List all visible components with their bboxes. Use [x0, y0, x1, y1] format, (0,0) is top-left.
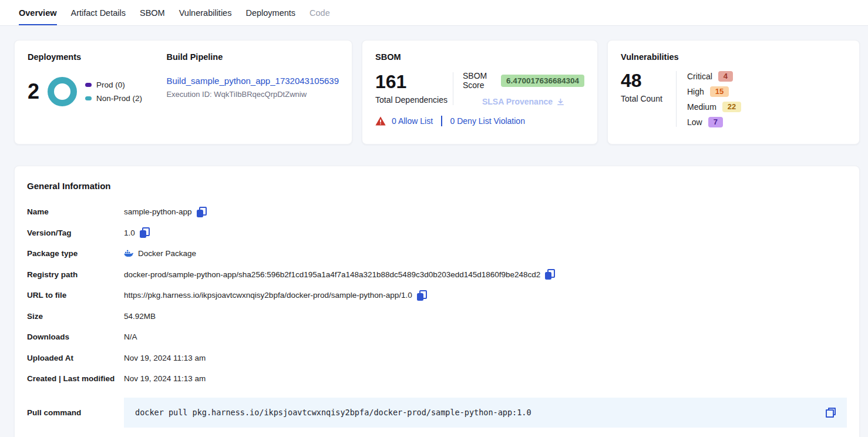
info-row-package-type: Package type Docker Package: [27, 243, 847, 264]
created-modified-value: Nov 19, 2024 11:13 am: [124, 374, 206, 383]
info-label: Package type: [27, 249, 124, 258]
info-label: Registry path: [27, 270, 124, 279]
tab-vulnerabilities[interactable]: Vulnerabilities: [179, 0, 232, 25]
slsa-provenance-label: SLSA Provenance: [482, 97, 553, 106]
url-to-file-value: https://pkg.harness.io/ikpsjoavtcwxnqisy…: [124, 291, 412, 300]
info-row-url: URL to file https://pkg.harness.io/ikpsj…: [27, 285, 847, 306]
severity-list: Critical 4 High 15 Medium 22 Low 7: [677, 70, 741, 128]
sbom-total-label: Total Dependencies: [375, 95, 453, 105]
info-row-registry-path: Registry path docker-prod/sample-python-…: [27, 264, 847, 285]
download-icon: [556, 98, 565, 106]
vulnerabilities-total-label: Total Count: [621, 94, 676, 103]
nonprod-legend-label: Non-Prod (2): [96, 94, 142, 103]
severity-label: Low: [687, 117, 702, 127]
deployments-total-count: 2: [28, 79, 39, 104]
info-label: Pull command: [27, 408, 124, 417]
severity-label: High: [687, 87, 704, 96]
sbom-score-label: SBOM Score: [463, 71, 496, 90]
info-label: Name: [27, 207, 124, 216]
docker-icon: [124, 250, 134, 257]
deny-list-link[interactable]: 0 Deny List Violation: [450, 116, 525, 126]
info-row-uploaded-at: Uploaded At Nov 19, 2024 11:13 am: [27, 348, 847, 369]
summary-cards-row: Deployments 2 Prod (0) Non-Prod (2) Buil…: [14, 40, 860, 144]
allow-deny-divider: [441, 116, 442, 126]
nonprod-legend-dot: [85, 96, 92, 100]
downloads-value: N/A: [124, 332, 137, 341]
info-label: Created | Last modified: [27, 374, 124, 383]
copy-icon[interactable]: [140, 227, 150, 238]
deployments-donut-chart: [48, 77, 77, 106]
warning-icon: [375, 116, 386, 126]
pull-command-box: docker pull pkg.harness.io/ikpsjoavtcwxn…: [124, 398, 847, 428]
severity-row-medium: Medium 22: [687, 100, 741, 113]
tab-overview[interactable]: Overview: [19, 0, 57, 25]
vulnerabilities-total-count: 48: [621, 70, 676, 92]
package-type-value: Docker Package: [138, 249, 196, 258]
info-label: Downloads: [27, 332, 124, 341]
severity-count-badge: 22: [722, 102, 741, 112]
registry-path-value: docker-prod/sample-python-app/sha256:596…: [124, 270, 540, 279]
uploaded-at-value: Nov 19, 2024 11:13 am: [124, 354, 206, 362]
general-information-card: General Information Name sample-python-a…: [14, 166, 860, 437]
tab-bar: Overview Artifact Details SBOM Vulnerabi…: [0, 0, 868, 26]
info-label: URL to file: [27, 291, 124, 300]
copy-icon[interactable]: [417, 290, 427, 301]
pull-command-value: docker pull pkg.harness.io/ikpsjoavtcwxn…: [135, 408, 531, 417]
info-row-version: Version/Tag 1.0: [27, 223, 847, 244]
info-row-created-modified: Created | Last modified Nov 19, 2024 11:…: [27, 368, 847, 389]
vulnerabilities-card-title: Vulnerabilities: [621, 52, 846, 62]
tab-code: Code: [309, 0, 330, 25]
info-row-pull-command: Pull command docker pull pkg.harness.io/…: [27, 398, 847, 428]
sbom-card-title: SBOM: [375, 52, 584, 62]
execution-id-text: Execution ID: WqkTiIbBRqecQrpDtZwniw: [166, 90, 339, 99]
general-information-title: General Information: [27, 181, 847, 191]
severity-row-low: Low 7: [687, 116, 741, 128]
info-row-size: Size 54.92MB: [27, 306, 847, 327]
deployments-legend: Prod (0) Non-Prod (2): [85, 80, 142, 103]
sbom-card: SBOM 161 Total Dependencies SBOM Score 6…: [362, 40, 598, 144]
allow-list-link[interactable]: 0 Allow List: [392, 116, 433, 126]
legend-item-prod: Prod (0): [85, 80, 142, 89]
info-label: Version/Tag: [27, 228, 124, 237]
severity-count-badge: 15: [710, 86, 729, 97]
build-pipeline-title: Build Pipeline: [166, 52, 339, 62]
tab-artifact-details[interactable]: Artifact Details: [71, 0, 126, 25]
deployments-card: Deployments 2 Prod (0) Non-Prod (2) Buil…: [14, 40, 352, 144]
sbom-total-count: 161: [375, 71, 453, 93]
copy-icon[interactable]: [545, 269, 555, 280]
tab-deployments[interactable]: Deployments: [245, 0, 295, 25]
severity-count-badge: 4: [718, 71, 733, 82]
severity-row-critical: Critical 4: [687, 70, 741, 82]
copy-pull-command-icon[interactable]: [826, 408, 836, 418]
prod-legend-label: Prod (0): [96, 80, 125, 89]
artifact-name-value: sample-python-app: [124, 207, 192, 216]
info-row-downloads: Downloads N/A: [27, 327, 847, 348]
info-row-name: Name sample-python-app: [27, 201, 847, 223]
copy-icon[interactable]: [197, 207, 207, 217]
size-value: 54.92MB: [124, 312, 156, 321]
build-pipeline-link[interactable]: Build_sample_python_app_1732043105639: [166, 76, 339, 86]
version-tag-value: 1.0: [124, 228, 135, 237]
tab-sbom[interactable]: SBOM: [140, 0, 165, 25]
sbom-score-badge: 6.470017636684304: [501, 75, 584, 87]
legend-item-nonprod: Non-Prod (2): [85, 94, 142, 103]
prod-legend-dot: [85, 83, 92, 87]
severity-row-high: High 15: [687, 85, 741, 98]
severity-label: Medium: [687, 102, 716, 112]
vulnerabilities-card: Vulnerabilities 48 Total Count Critical …: [607, 40, 860, 144]
info-label: Size: [27, 312, 124, 321]
slsa-provenance-link[interactable]: SLSA Provenance: [482, 97, 565, 106]
info-label: Uploaded At: [27, 354, 124, 362]
severity-label: Critical: [687, 72, 712, 81]
severity-count-badge: 7: [708, 117, 723, 127]
deployments-card-title: Deployments: [28, 52, 166, 62]
